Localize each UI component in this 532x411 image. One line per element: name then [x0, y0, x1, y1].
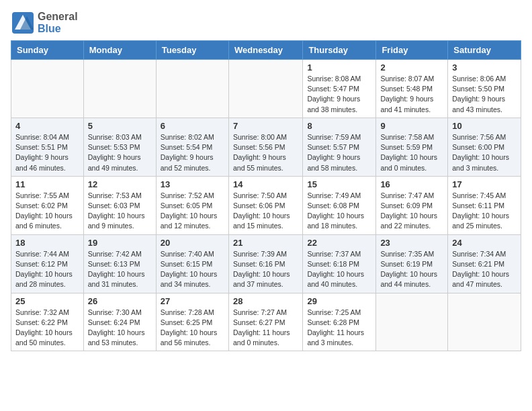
- cell-info: Sunrise: 7:56 AMSunset: 6:00 PMDaylight:…: [452, 132, 517, 173]
- calendar-table: SundayMondayTuesdayWednesdayThursdayFrid…: [11, 40, 521, 351]
- cell-info: Sunrise: 8:07 AMSunset: 5:48 PMDaylight:…: [380, 74, 443, 115]
- day-number: 15: [307, 179, 371, 189]
- calendar-cell: 27Sunrise: 7:28 AMSunset: 6:25 PMDayligh…: [156, 293, 228, 351]
- day-number: 6: [161, 121, 224, 131]
- day-number: 19: [88, 238, 152, 248]
- day-number: 27: [161, 296, 224, 306]
- calendar-cell: 4Sunrise: 8:04 AMSunset: 5:51 PMDaylight…: [11, 118, 84, 176]
- col-header-sunday: Sunday: [11, 41, 84, 60]
- calendar-week-row: 11Sunrise: 7:55 AMSunset: 6:02 PMDayligh…: [11, 176, 521, 234]
- col-header-thursday: Thursday: [303, 41, 376, 60]
- calendar-cell: 6Sunrise: 8:02 AMSunset: 5:54 PMDaylight…: [156, 118, 228, 176]
- calendar-week-row: 18Sunrise: 7:44 AMSunset: 6:12 PMDayligh…: [11, 234, 521, 293]
- col-header-tuesday: Tuesday: [156, 41, 228, 60]
- calendar-cell: 2Sunrise: 8:07 AMSunset: 5:48 PMDaylight…: [376, 60, 448, 118]
- calendar-cell: 20Sunrise: 7:40 AMSunset: 6:15 PMDayligh…: [156, 234, 228, 293]
- day-number: 25: [15, 296, 79, 306]
- calendar-cell: 17Sunrise: 7:45 AMSunset: 6:11 PMDayligh…: [448, 176, 521, 234]
- logo-general-text: General: [38, 11, 78, 22]
- calendar-cell: [448, 293, 521, 351]
- day-number: 5: [88, 121, 152, 131]
- calendar-cell: 16Sunrise: 7:47 AMSunset: 6:09 PMDayligh…: [376, 176, 448, 234]
- day-number: 23: [380, 238, 443, 248]
- cell-info: Sunrise: 8:02 AMSunset: 5:54 PMDaylight:…: [161, 132, 224, 173]
- calendar-cell: 11Sunrise: 7:55 AMSunset: 6:02 PMDayligh…: [11, 176, 84, 234]
- col-header-friday: Friday: [376, 41, 448, 60]
- calendar-cell: 24Sunrise: 7:34 AMSunset: 6:21 PMDayligh…: [448, 234, 521, 293]
- calendar-cell: 1Sunrise: 8:08 AMSunset: 5:47 PMDaylight…: [303, 60, 376, 118]
- cell-info: Sunrise: 7:53 AMSunset: 6:03 PMDaylight:…: [88, 191, 152, 232]
- cell-info: Sunrise: 7:25 AMSunset: 6:28 PMDaylight:…: [307, 308, 371, 349]
- calendar-cell: 22Sunrise: 7:37 AMSunset: 6:18 PMDayligh…: [303, 234, 376, 293]
- cell-info: Sunrise: 7:37 AMSunset: 6:18 PMDaylight:…: [307, 249, 371, 290]
- cell-info: Sunrise: 7:32 AMSunset: 6:22 PMDaylight:…: [15, 308, 79, 349]
- calendar-cell: 9Sunrise: 7:58 AMSunset: 5:59 PMDaylight…: [376, 118, 448, 176]
- day-number: 1: [307, 62, 371, 73]
- cell-info: Sunrise: 7:39 AMSunset: 6:16 PMDaylight:…: [233, 249, 298, 290]
- cell-info: Sunrise: 7:45 AMSunset: 6:11 PMDaylight:…: [452, 191, 517, 232]
- cell-info: Sunrise: 7:42 AMSunset: 6:13 PMDaylight:…: [88, 249, 152, 290]
- day-number: 4: [15, 121, 79, 131]
- calendar-cell: 19Sunrise: 7:42 AMSunset: 6:13 PMDayligh…: [83, 234, 156, 293]
- calendar-cell: 15Sunrise: 7:49 AMSunset: 6:08 PMDayligh…: [303, 176, 376, 234]
- calendar-week-row: 25Sunrise: 7:32 AMSunset: 6:22 PMDayligh…: [11, 293, 521, 351]
- col-header-monday: Monday: [83, 41, 156, 60]
- calendar-cell: 25Sunrise: 7:32 AMSunset: 6:22 PMDayligh…: [11, 293, 84, 351]
- calendar-cell: 8Sunrise: 7:59 AMSunset: 5:57 PMDaylight…: [303, 118, 376, 176]
- day-number: 7: [233, 121, 298, 131]
- calendar-cell: [11, 60, 84, 118]
- cell-info: Sunrise: 8:03 AMSunset: 5:53 PMDaylight:…: [88, 132, 152, 173]
- day-number: 29: [307, 296, 371, 306]
- day-number: 3: [452, 62, 517, 73]
- calendar-cell: 21Sunrise: 7:39 AMSunset: 6:16 PMDayligh…: [228, 234, 302, 293]
- day-number: 20: [161, 238, 224, 248]
- cell-info: Sunrise: 8:04 AMSunset: 5:51 PMDaylight:…: [15, 132, 79, 173]
- cell-info: Sunrise: 7:44 AMSunset: 6:12 PMDaylight:…: [15, 249, 79, 290]
- calendar-cell: 28Sunrise: 7:27 AMSunset: 6:27 PMDayligh…: [228, 293, 302, 351]
- cell-info: Sunrise: 7:27 AMSunset: 6:27 PMDaylight:…: [233, 308, 298, 349]
- day-number: 17: [452, 179, 517, 189]
- calendar-cell: 26Sunrise: 7:30 AMSunset: 6:24 PMDayligh…: [83, 293, 156, 351]
- cell-info: Sunrise: 7:30 AMSunset: 6:24 PMDaylight:…: [88, 308, 152, 349]
- cell-info: Sunrise: 7:50 AMSunset: 6:06 PMDaylight:…: [233, 191, 298, 232]
- cell-info: Sunrise: 8:08 AMSunset: 5:47 PMDaylight:…: [307, 74, 371, 115]
- day-number: 11: [15, 179, 79, 189]
- calendar-cell: 5Sunrise: 8:03 AMSunset: 5:53 PMDaylight…: [83, 118, 156, 176]
- day-number: 9: [380, 121, 443, 131]
- calendar-cell: 23Sunrise: 7:35 AMSunset: 6:19 PMDayligh…: [376, 234, 448, 293]
- cell-info: Sunrise: 7:59 AMSunset: 5:57 PMDaylight:…: [307, 132, 371, 173]
- day-number: 26: [88, 296, 152, 306]
- col-header-wednesday: Wednesday: [228, 41, 302, 60]
- day-number: 22: [307, 238, 371, 248]
- logo-icon: [11, 11, 35, 35]
- day-number: 24: [452, 238, 517, 248]
- cell-info: Sunrise: 7:35 AMSunset: 6:19 PMDaylight:…: [380, 249, 443, 290]
- cell-info: Sunrise: 7:55 AMSunset: 6:02 PMDaylight:…: [15, 191, 79, 232]
- cell-info: Sunrise: 7:40 AMSunset: 6:15 PMDaylight:…: [161, 249, 224, 290]
- calendar-cell: 7Sunrise: 8:00 AMSunset: 5:56 PMDaylight…: [228, 118, 302, 176]
- day-number: 14: [233, 179, 298, 189]
- calendar-cell: 3Sunrise: 8:06 AMSunset: 5:50 PMDaylight…: [448, 60, 521, 118]
- calendar-cell: [156, 60, 228, 118]
- calendar-week-row: 4Sunrise: 8:04 AMSunset: 5:51 PMDaylight…: [11, 118, 521, 176]
- calendar-cell: 14Sunrise: 7:50 AMSunset: 6:06 PMDayligh…: [228, 176, 302, 234]
- day-number: 16: [380, 179, 443, 189]
- day-number: 2: [380, 62, 443, 73]
- day-number: 12: [88, 179, 152, 189]
- logo-blue-text: Blue: [38, 23, 61, 34]
- calendar-cell: [376, 293, 448, 351]
- calendar-cell: 10Sunrise: 7:56 AMSunset: 6:00 PMDayligh…: [448, 118, 521, 176]
- cell-info: Sunrise: 7:28 AMSunset: 6:25 PMDaylight:…: [161, 308, 224, 349]
- cell-info: Sunrise: 7:52 AMSunset: 6:05 PMDaylight:…: [161, 191, 224, 232]
- cell-info: Sunrise: 7:34 AMSunset: 6:21 PMDaylight:…: [452, 249, 517, 290]
- calendar-cell: 12Sunrise: 7:53 AMSunset: 6:03 PMDayligh…: [83, 176, 156, 234]
- cell-info: Sunrise: 7:49 AMSunset: 6:08 PMDaylight:…: [307, 191, 371, 232]
- calendar-cell: [83, 60, 156, 118]
- col-header-saturday: Saturday: [448, 41, 521, 60]
- day-number: 13: [161, 179, 224, 189]
- calendar-cell: 18Sunrise: 7:44 AMSunset: 6:12 PMDayligh…: [11, 234, 84, 293]
- day-number: 28: [233, 296, 298, 306]
- calendar-header-row: SundayMondayTuesdayWednesdayThursdayFrid…: [11, 41, 521, 60]
- logo: General Blue: [11, 11, 78, 35]
- day-number: 21: [233, 238, 298, 248]
